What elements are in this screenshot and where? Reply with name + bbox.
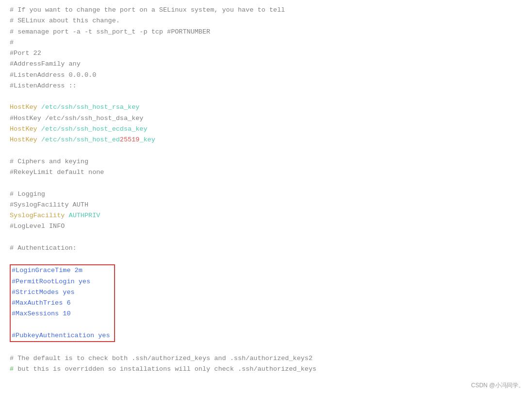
code-line	[10, 254, 522, 264]
watermark: CSDN @小冯同学。	[471, 381, 524, 390]
code-line: SyslogFacility AUTHPRIV	[10, 210, 522, 221]
code-line: #ListenAddress ::	[10, 81, 522, 91]
code-line: #SyslogFacility AUTH	[10, 200, 522, 210]
code-line: HostKey /etc/ssh/ssh_host_rsa_key	[10, 102, 522, 113]
code-line: # Logging	[10, 189, 522, 200]
code-line: #AddressFamily any	[10, 59, 522, 69]
code-line: HostKey /etc/ssh/ssh_host_ed25519_key	[10, 135, 522, 145]
code-line: # semanage port -a -t ssh_port_t -p tcp …	[10, 27, 522, 37]
code-line: # Authentication:	[10, 243, 522, 254]
code-line: # SELinux about this change.	[10, 16, 522, 26]
code-line	[10, 232, 522, 243]
highlighted-box: #LoginGraceTime 2m#PermitRootLogin yes#S…	[10, 264, 115, 342]
code-line: # If you want to change the port on a SE…	[10, 5, 522, 16]
code-line: #HostKey /etc/ssh/ssh_host_dsa_key	[10, 113, 522, 124]
code-line: # but this is overridden so installation…	[10, 364, 522, 375]
code-line: #ListenAddress 0.0.0.0	[10, 70, 522, 81]
code-editor: # If you want to change the port on a SE…	[0, 0, 532, 396]
code-line	[10, 178, 522, 189]
code-line: # The default is to check both .ssh/auth…	[10, 353, 522, 364]
code-line	[10, 145, 522, 156]
code-line: #RekeyLimit default none	[10, 167, 522, 178]
code-line: #	[10, 37, 522, 48]
code-line	[10, 91, 522, 102]
code-line	[10, 342, 522, 353]
code-line: #LogLevel INFO	[10, 221, 522, 232]
code-line: HostKey /etc/ssh/ssh_host_ecdsa_key	[10, 124, 522, 135]
code-line: # Ciphers and keying	[10, 156, 522, 167]
code-line: #Port 22	[10, 48, 522, 59]
